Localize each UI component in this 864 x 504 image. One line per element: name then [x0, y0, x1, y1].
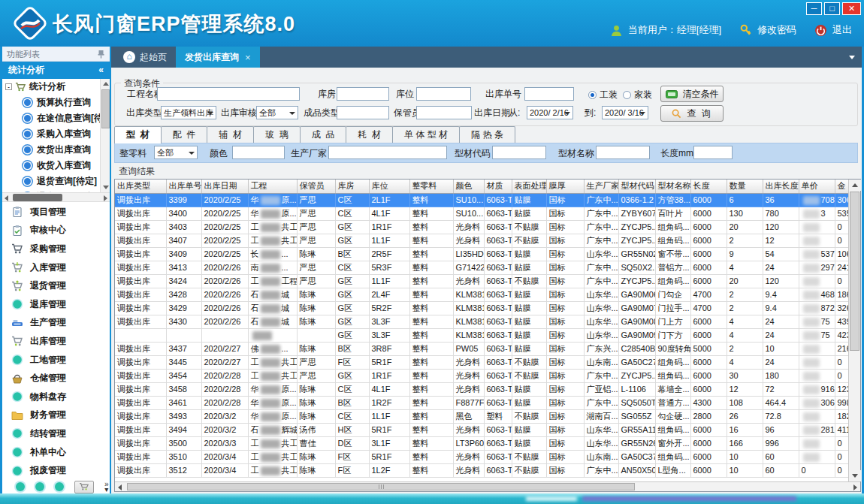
profile-code-input[interactable]: [492, 146, 546, 159]
sidebar-menu-item-1[interactable]: 审核中心: [2, 222, 110, 240]
scroll-right-icon[interactable]: [853, 484, 857, 490]
tab-shipping-outbound-query[interactable]: 发货出库查询 ×: [176, 47, 260, 68]
table-row[interactable]: 调拨出库34002020/2/25华原...严思C区4L1F整料SU10...6…: [115, 207, 850, 220]
table-row[interactable]: 调拨出库35002020/3/3工共工程曹佳D区3L1F整料LT3P606063…: [115, 436, 850, 450]
table-row[interactable]: 调拨出库33992020/2/25华原...严思C区2L1F整料SU10...6…: [115, 193, 850, 207]
tab-close-icon[interactable]: ×: [245, 52, 251, 63]
outbound-no-input[interactable]: [524, 87, 574, 101]
column-header-proj[interactable]: 工程: [248, 180, 297, 193]
column-header-loc[interactable]: 库位: [369, 180, 409, 193]
material-tab-5[interactable]: 耗 材: [346, 126, 393, 143]
sidebar-menu-item-6[interactable]: 生产管理: [2, 314, 110, 333]
tree-item-3[interactable]: 发货出库查询: [2, 142, 110, 158]
close-button[interactable]: ✕: [842, 2, 861, 15]
column-header-surf[interactable]: 表面处理: [512, 180, 546, 193]
more-modules-button[interactable]: »▾: [104, 481, 109, 492]
scroll-down-icon[interactable]: [103, 186, 109, 189]
outbound-type-select[interactable]: 生产领料出库: [161, 106, 216, 119]
tree-vscroll-thumb[interactable]: [101, 89, 110, 128]
outbound-audit-select[interactable]: 全部: [256, 106, 298, 119]
radio-industrial[interactable]: 工装: [588, 89, 618, 101]
collapse-icon[interactable]: «: [98, 62, 104, 79]
minimize-button[interactable]: ─: [806, 2, 822, 15]
table-hscroll-thumb[interactable]: [127, 483, 635, 490]
sidebar-menu-item-11[interactable]: 财务管理: [2, 406, 110, 425]
profile-name-input[interactable]: [596, 146, 650, 159]
sidebar-menu-item-4[interactable]: 退货管理: [2, 276, 110, 295]
material-tab-2[interactable]: 辅 材: [207, 126, 254, 143]
table-row[interactable]: 调拨出库35102020/3/4工共工程陈琳F区5R1F整料光身料6063-T5…: [115, 450, 850, 463]
sidebar-menu-item-5[interactable]: 退库管理: [2, 295, 110, 314]
material-tab-0[interactable]: 型 材: [114, 126, 162, 143]
column-header-color[interactable]: 颜色: [453, 180, 484, 193]
table-horizontal-scrollbar[interactable]: [115, 481, 860, 491]
column-header-type[interactable]: 出库类型: [115, 180, 166, 193]
table-row[interactable]: 调拨出库34242020/2/26工工程严思G区1L1F整料光身料6063-T5…: [115, 274, 850, 288]
table-row[interactable]: 调拨出库34942020/3/2石辉城汤伟H区5R1F整料光身料6063-T5贴…: [115, 423, 850, 436]
table-row[interactable]: 调拨出库34612020/2/28华原...陈琳B区1R2F整料F8877FT6…: [115, 396, 850, 409]
column-header-outlen[interactable]: 出库长度: [763, 180, 799, 193]
material-tab-7[interactable]: 隔 热 条: [459, 126, 515, 143]
module-dot-icon[interactable]: [55, 482, 64, 491]
tree-root-statistics[interactable]: - 统计分析: [2, 79, 110, 95]
search-button[interactable]: 查 询: [660, 105, 724, 122]
column-header-keeper[interactable]: 保管员: [297, 180, 335, 193]
table-row[interactable]: 调拨出库34032020/2/25工共工程严思G区1R1F整料光身料6063-T…: [115, 220, 850, 234]
tree-expander-icon[interactable]: -: [5, 83, 12, 90]
column-header-mat[interactable]: 材质: [484, 180, 512, 193]
table-row[interactable]: 调拨出库34372020/2/27佛...陈琳B区3R8F整料PW056063-…: [115, 342, 850, 355]
tree-hscroll-thumb[interactable]: [13, 194, 62, 201]
table-row[interactable]: 调拨出库34092020/2/25长...陈琳B区2R5F整料LI35HD606…: [115, 247, 850, 261]
table-row[interactable]: 调拨出库34132020/2/26南...严思C区5R3F整料G71422606…: [115, 261, 850, 274]
clear-conditions-button[interactable]: 清空条件: [660, 86, 724, 102]
material-tab-6[interactable]: 单 体 型 材: [392, 126, 460, 143]
pin-icon[interactable]: [97, 50, 105, 59]
tree-horizontal-scrollbar[interactable]: [2, 192, 110, 202]
radio-home[interactable]: 家装: [623, 89, 652, 101]
scroll-left-icon[interactable]: [5, 195, 8, 201]
manufacturer-input[interactable]: [328, 146, 447, 159]
material-tab-4[interactable]: 成 品: [300, 126, 347, 143]
sidebar-menu-item-12[interactable]: 结转管理: [2, 424, 110, 443]
table-row[interactable]: 调拨出库34072020/2/25工共工程严思G区1L1F整料光身料6063-T…: [115, 234, 850, 247]
scroll-left-icon[interactable]: [118, 484, 122, 490]
scroll-down-button[interactable]: [849, 470, 861, 481]
table-row[interactable]: 调拨出库34452020/2/27工共工程严思F区5R1F整料光身料6063-T…: [115, 355, 850, 369]
date-to-select[interactable]: 2020/ 3/16: [602, 106, 648, 119]
column-header-amt[interactable]: 金: [835, 180, 850, 193]
table-row[interactable]: 调拨出库34582020/2/28华原...陈琳C区4L1F整料光身料6063-…: [115, 382, 850, 396]
tab-home[interactable]: ⌂ 起始页: [114, 47, 176, 68]
column-header-mfr[interactable]: 生产厂家: [584, 180, 618, 193]
change-password-link[interactable]: 修改密码: [757, 23, 796, 37]
scroll-up-button[interactable]: [849, 180, 861, 191]
table-row[interactable]: G区3L3F整料KLM38176063-T5贴膜国标山东华...GA90M09.…: [115, 328, 850, 342]
sidebar-menu-item-14[interactable]: 报废管理: [2, 461, 110, 480]
sidebar-menu-item-10[interactable]: 物料盘存: [2, 388, 110, 406]
module-dot-icon[interactable]: [35, 482, 44, 491]
location-input[interactable]: [416, 87, 471, 101]
tree-item-1[interactable]: 在途信息查询[待定]: [2, 110, 110, 126]
column-header-film[interactable]: 膜厚: [546, 180, 584, 193]
section-header-statistics[interactable]: 统计分析 «: [2, 62, 110, 79]
column-header-price[interactable]: 单价: [799, 180, 835, 193]
sidebar-menu-item-0[interactable]: 项目管理: [2, 203, 110, 222]
sidebar-menu-item-2[interactable]: 采购管理: [2, 240, 110, 258]
table-row[interactable]: 调拨出库34302020/2/26石城陈琳G区3L3F整料KLM38176063…: [115, 315, 850, 328]
sidebar-menu-item-8[interactable]: 工地管理: [2, 351, 110, 370]
keeper-input[interactable]: [416, 106, 472, 119]
sidebar-menu-item-9[interactable]: 仓储管理: [2, 369, 110, 388]
scroll-up-icon[interactable]: [103, 82, 109, 86]
product-type-input[interactable]: [337, 106, 389, 119]
table-row[interactable]: 调拨出库34542020/2/28工共工程严思G区1R1F整料光身料6063-T…: [115, 369, 850, 382]
column-header-whole[interactable]: 整零料: [409, 180, 453, 193]
column-header-wh[interactable]: 库房: [335, 180, 369, 193]
length-input[interactable]: [693, 146, 733, 159]
project-name-input[interactable]: [157, 87, 300, 101]
color-input[interactable]: [232, 146, 285, 159]
table-row[interactable]: 调拨出库35122020/3/4工共工程陈琳F区1L2F整料光身料6063-T5…: [115, 463, 850, 477]
table-row[interactable]: 调拨出库34932020/3/2华原...陈琳C区1L1F整料黑色塑料不贴膜国标…: [115, 409, 850, 423]
table-vertical-scrollbar[interactable]: [848, 180, 860, 481]
tree-item-2[interactable]: 采购入库查询: [2, 126, 110, 142]
table-row[interactable]: 调拨出库34282020/2/26石城陈琳G区2L4F整料KLM38176063…: [115, 288, 850, 301]
sidebar-menu-item-3[interactable]: 入库管理: [2, 258, 110, 277]
